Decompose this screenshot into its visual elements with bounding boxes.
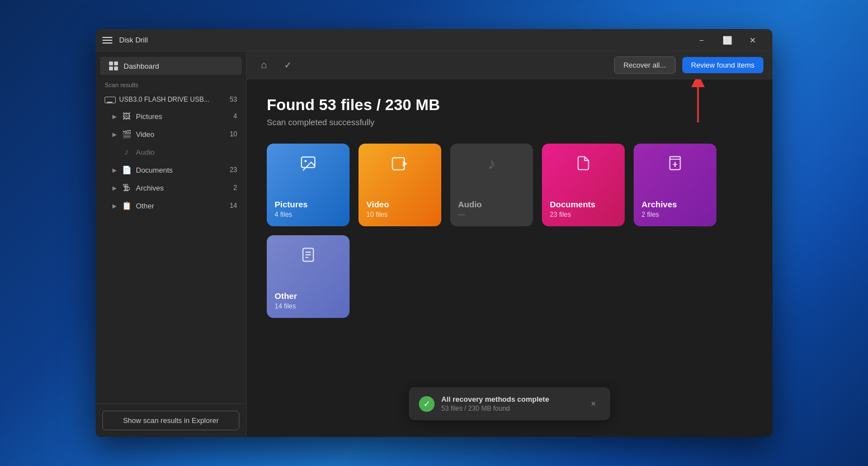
pictures-label: Pictures [136,112,233,121]
audio-card[interactable]: ♪ Audio — [450,144,533,226]
home-icon[interactable]: ⌂ [256,57,272,74]
documents-card-count: 23 files [550,211,571,218]
drive-icon [105,96,115,103]
svg-marker-5 [403,161,407,167]
show-in-explorer-button[interactable]: Show scan results in Explorer [102,411,239,430]
sidebar-item-video[interactable]: ▶ 🎬 Video 10 [96,125,246,143]
title-bar: Disk Drill − ⬜ ✕ [96,29,772,51]
toast-check-icon: ✓ [419,396,435,412]
sidebar-item-audio[interactable]: ♪ Audio [96,143,246,161]
shield-check-icon[interactable]: ✓ [279,57,296,74]
app-title: Disk Drill [119,36,688,44]
file-cards-container: Pictures 4 files Video 10 files ♪ Audio … [267,144,752,318]
video-icon: 🎬 [121,129,131,139]
sidebar-item-documents[interactable]: ▶ 📄 Documents 23 [96,161,246,179]
pictures-card-icon [299,155,317,177]
documents-label: Documents [136,166,230,174]
audio-card-count: — [458,211,465,218]
archives-icon: 🗜 [121,183,131,193]
close-button[interactable]: ✕ [740,31,766,49]
content-area: ⌂ ✓ Recover all... Review found items [247,51,772,437]
video-card-icon [391,155,409,177]
video-card-count: 10 files [366,211,388,218]
audio-label: Audio [136,148,237,156]
pictures-count: 4 [233,112,237,120]
sidebar-item-dashboard[interactable]: Dashboard [100,57,242,75]
toast-notification: ✓ All recovery methods complete 53 files… [409,387,610,420]
chevron-right-icon: ▶ [111,131,118,137]
video-card-label: Video [366,199,389,210]
sidebar-item-other[interactable]: ▶ 📋 Other 14 [96,197,246,215]
documents-card[interactable]: Documents 23 files [542,144,625,226]
drive-label: USB3.0 FLASH DRIVE USB... [119,96,227,103]
maximize-button[interactable]: ⬜ [714,31,740,49]
minimize-button[interactable]: − [688,31,714,49]
audio-card-label: Audio [458,199,482,210]
audio-icon: ♪ [121,147,131,157]
archives-count: 2 [233,184,237,192]
other-card-count: 14 files [275,302,296,310]
sidebar-item-archives[interactable]: ▶ 🗜 Archives 2 [96,179,246,197]
documents-icon: 📄 [121,165,131,175]
svg-rect-6 [670,156,681,159]
sidebar: Dashboard Scan results USB3.0 FLASH DRIV… [96,51,247,437]
archives-label: Archives [136,184,233,192]
archives-card-icon [667,155,683,175]
video-card[interactable]: Video 10 files [358,144,441,226]
archives-card-label: Archives [641,199,677,210]
other-icon: 📋 [121,201,131,211]
documents-card-icon [575,155,591,175]
app-window: Disk Drill − ⬜ ✕ Dashboard Scan results … [96,29,772,437]
toast-text: All recovery methods complete 53 files /… [441,395,580,412]
top-bar: ⌂ ✓ Recover all... Review found items [247,51,772,79]
toast-title: All recovery methods complete [441,395,580,403]
other-count: 14 [230,202,237,210]
other-label: Other [136,202,230,210]
archives-card[interactable]: Archives 2 files [634,144,716,226]
archives-card-count: 2 files [641,211,659,218]
documents-count: 23 [230,166,237,174]
other-card-icon [300,246,316,267]
pictures-card[interactable]: Pictures 4 files [267,144,350,226]
chevron-right-icon: ▶ [111,167,118,173]
other-card-label: Other [275,291,297,301]
scan-content: Found 53 files / 230 MB Scan completed s… [247,79,772,437]
menu-icon[interactable] [102,35,114,46]
review-found-items-button[interactable]: Review found items [682,57,763,73]
scan-subtitle: Scan completed successfully [267,117,752,127]
svg-point-3 [304,160,306,162]
toast-subtitle: 53 files / 230 MB found [441,405,580,412]
drive-count: 53 [230,96,237,103]
toast-close-button[interactable]: × [587,397,600,411]
scan-title: Found 53 files / 230 MB [267,96,752,114]
sidebar-item-pictures[interactable]: ▶ 🖼 Pictures 4 [96,107,246,125]
review-arrow-indicator [690,79,706,125]
sidebar-drive-item[interactable]: USB3.0 FLASH DRIVE USB... 53 [96,92,246,107]
chevron-right-icon: ▶ [111,113,118,120]
pictures-card-label: Pictures [275,199,308,210]
documents-card-label: Documents [550,199,596,210]
chevron-right-icon: ▶ [111,184,118,191]
sidebar-bottom: Show scan results in Explorer [96,403,246,437]
main-layout: Dashboard Scan results USB3.0 FLASH DRIV… [96,51,772,437]
svg-rect-4 [393,158,404,169]
recover-all-button[interactable]: Recover all... [614,56,676,74]
window-controls: − ⬜ ✕ [688,31,766,49]
audio-card-icon: ♪ [488,155,496,173]
pictures-icon: 🖼 [121,111,131,121]
video-count: 10 [230,130,237,138]
dashboard-icon [109,61,118,70]
pictures-card-count: 4 files [275,211,292,218]
scan-results-section-label: Scan results [96,75,246,92]
chevron-right-icon: ▶ [111,202,118,209]
dashboard-label: Dashboard [124,62,159,70]
video-label: Video [136,130,230,139]
other-card[interactable]: Other 14 files [267,235,350,318]
